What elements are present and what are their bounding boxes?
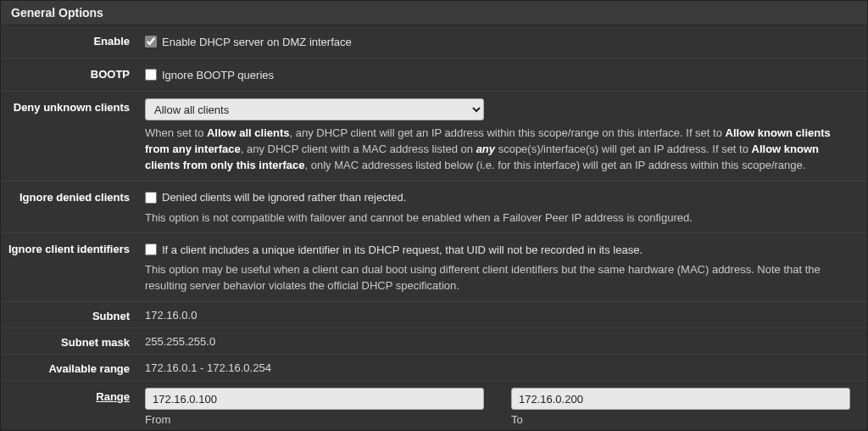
range-to-label: To — [511, 413, 850, 426]
ignore-denied-help: This option is not compatible with failo… — [145, 210, 854, 227]
ignore-denied-checkbox-label: Denied clients will be ignored rather th… — [162, 191, 406, 204]
enable-checkbox-label: Enable DHCP server on DMZ interface — [162, 36, 352, 48]
row-available-range: Available range 172.16.0.1 - 172.16.0.25… — [1, 355, 867, 381]
label-ignore-denied: Ignore denied clients — [1, 188, 145, 204]
available-range-value: 172.16.0.1 - 172.16.0.254 — [145, 360, 867, 374]
ignore-client-ids-help: This option may be useful when a client … — [145, 262, 854, 294]
form-body: Enable Enable DHCP server on DMZ interfa… — [1, 25, 867, 431]
deny-unknown-select[interactable]: Allow all clients — [145, 98, 484, 120]
bootp-checkbox-label: Ignore BOOTP queries — [162, 69, 274, 81]
label-range: Range — [1, 388, 145, 403]
label-enable: Enable — [1, 32, 145, 48]
row-ignore-client-ids: Ignore client identifiers If a client in… — [1, 233, 867, 302]
row-subnet-mask: Subnet mask 255.255.255.0 — [1, 328, 867, 355]
ignore-denied-checkbox[interactable] — [145, 192, 157, 204]
label-bootp: BOOTP — [1, 65, 145, 81]
row-deny-unknown: Deny unknown clients Allow all clients W… — [1, 92, 867, 182]
subnet-mask-value: 255.255.255.0 — [145, 333, 867, 348]
row-subnet: Subnet 172.16.0.0 — [1, 302, 867, 328]
row-ignore-denied: Ignore denied clients Denied clients wil… — [1, 182, 867, 234]
general-options-panel: General Options Enable Enable DHCP serve… — [0, 0, 868, 431]
row-enable: Enable Enable DHCP server on DMZ interfa… — [1, 25, 867, 59]
ignore-client-ids-checkbox-label: If a client includes a unique identifier… — [162, 243, 643, 256]
label-subnet-mask: Subnet mask — [1, 333, 145, 349]
label-available-range: Available range — [1, 360, 145, 375]
ignore-client-ids-checkbox[interactable] — [145, 243, 157, 255]
deny-unknown-help: When set to Allow all clients, any DHCP … — [145, 126, 854, 174]
enable-checkbox[interactable] — [145, 36, 157, 48]
bootp-checkbox[interactable] — [145, 69, 157, 81]
range-to-input[interactable] — [511, 388, 850, 410]
label-deny-unknown: Deny unknown clients — [1, 98, 145, 114]
label-subnet: Subnet — [1, 307, 145, 322]
range-from-label: From — [145, 413, 484, 426]
range-from-input[interactable] — [145, 388, 484, 410]
row-range: Range From To — [1, 381, 867, 431]
panel-title: General Options — [1, 1, 867, 25]
subnet-value: 172.16.0.0 — [145, 307, 867, 322]
row-bootp: BOOTP Ignore BOOTP queries — [1, 59, 867, 92]
label-ignore-client-ids: Ignore client identifiers — [1, 240, 145, 255]
